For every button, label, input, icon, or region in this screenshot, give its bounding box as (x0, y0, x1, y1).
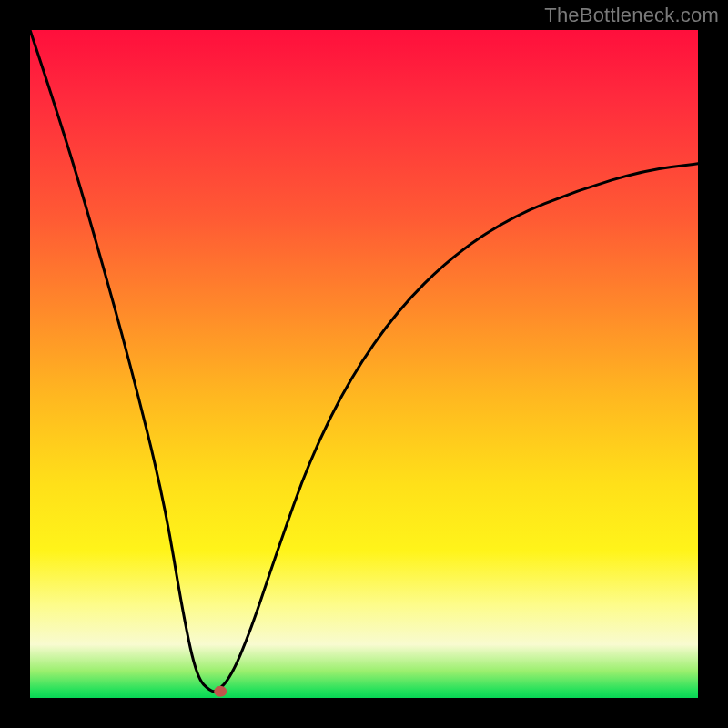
bottleneck-curve (30, 30, 698, 692)
chart-frame: TheBottleneck.com (0, 0, 728, 728)
watermark-text: TheBottleneck.com (544, 4, 719, 27)
bottleneck-curve-svg (30, 30, 698, 698)
plot-area (30, 30, 698, 698)
optimum-marker (214, 686, 227, 697)
